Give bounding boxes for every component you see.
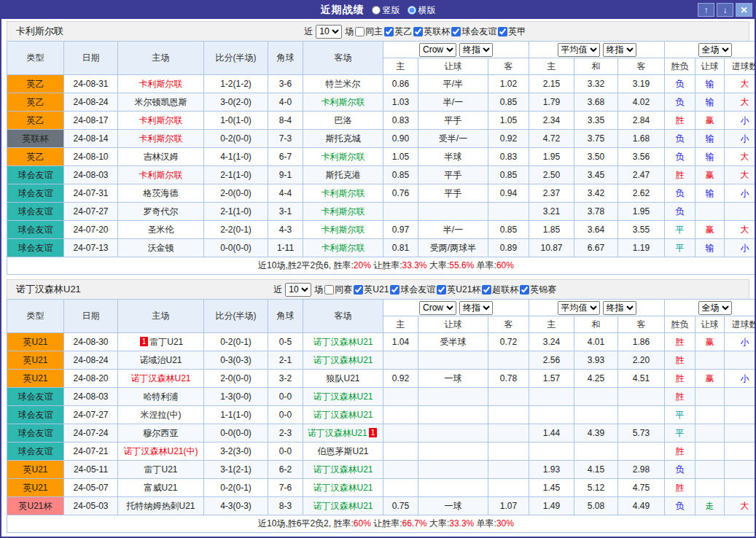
home-team[interactable]: 卡利斯尔联 bbox=[118, 112, 204, 130]
league-checkbox[interactable] bbox=[498, 27, 507, 36]
handicap-line bbox=[418, 351, 488, 370]
home-team[interactable]: 雷丁U21 bbox=[118, 461, 204, 479]
home-team[interactable]: 格茨海德 bbox=[118, 184, 204, 203]
home-team[interactable]: 吉林汉姆 bbox=[118, 148, 204, 166]
odds-stage-select[interactable]: 终指 bbox=[459, 301, 493, 315]
home-team[interactable]: 穆尔西亚 bbox=[118, 424, 204, 443]
match-date: 24-07-13 bbox=[64, 239, 118, 257]
horizontal-layout-radio[interactable] bbox=[408, 6, 416, 15]
league-checkbox[interactable] bbox=[520, 285, 529, 295]
avg-stage-select[interactable]: 终指 bbox=[603, 43, 636, 57]
avg-draw: 3.45 bbox=[574, 166, 618, 184]
odds-company-select[interactable]: Crow bbox=[419, 301, 456, 315]
avg-value-select[interactable]: 平均值 bbox=[558, 301, 600, 315]
match-type: 英U21杯 bbox=[7, 497, 64, 515]
close-button[interactable]: ✕ bbox=[736, 3, 752, 17]
away-team[interactable]: 诺丁汉森林U21 bbox=[303, 333, 383, 351]
away-team[interactable]: 诺丁汉森林U21 bbox=[303, 351, 383, 370]
away-team[interactable]: 诺丁汉森林U21 bbox=[303, 497, 383, 515]
home-team[interactable]: 米涅拉(中) bbox=[118, 406, 204, 424]
league-filter[interactable]: 英U21 bbox=[354, 284, 389, 296]
league-checkbox[interactable] bbox=[413, 27, 423, 36]
away-team[interactable]: 卡利斯尔联 bbox=[303, 221, 383, 239]
home-team-name: 穆尔西亚 bbox=[144, 428, 179, 438]
home-team[interactable]: 富威U21 bbox=[118, 479, 204, 497]
same-venue-filter[interactable]: 同主 bbox=[355, 26, 383, 38]
same-venue-filter[interactable]: 同赛 bbox=[324, 284, 352, 296]
corners: 4-4 bbox=[268, 184, 303, 203]
home-team[interactable]: 圣米伦 bbox=[118, 221, 204, 239]
home-team[interactable]: 卡利斯尔联 bbox=[118, 75, 204, 93]
match-date: 24-08-24 bbox=[64, 351, 118, 370]
away-team[interactable]: 卡利斯尔联 bbox=[303, 239, 383, 257]
league-checkbox[interactable] bbox=[437, 285, 446, 295]
same-venue-checkbox[interactable] bbox=[355, 27, 365, 36]
league-checkbox[interactable] bbox=[451, 27, 461, 36]
home-team[interactable]: 诺丁汉森林U21 bbox=[118, 370, 204, 388]
away-team[interactable]: 斯托克港 bbox=[303, 166, 383, 184]
layout-option-horizontal[interactable]: 横版 bbox=[408, 4, 436, 17]
corners: 4-0 bbox=[268, 93, 303, 112]
scroll-up-button[interactable]: ↑ bbox=[698, 3, 714, 17]
league-checkbox[interactable] bbox=[384, 27, 394, 36]
home-team[interactable]: 卡利斯尔联 bbox=[118, 166, 204, 184]
avg-value-select[interactable]: 平均值 bbox=[558, 43, 600, 57]
layout-option-vertical[interactable]: 竖版 bbox=[372, 4, 400, 17]
odds-away bbox=[488, 406, 529, 424]
home-team[interactable]: 托特纳姆热刺U21 bbox=[118, 497, 204, 515]
away-team[interactable]: 卡利斯尔联 bbox=[303, 184, 383, 203]
scroll-down-button[interactable]: ↓ bbox=[717, 3, 733, 17]
summary-segment: 让胜率: bbox=[371, 518, 402, 529]
match-count-select[interactable]: 10 bbox=[316, 25, 342, 39]
home-team[interactable]: 沃金顿 bbox=[118, 239, 204, 257]
away-team[interactable]: 诺丁汉森林U21 bbox=[303, 461, 383, 479]
league-filter[interactable]: 超联杯 bbox=[482, 284, 518, 296]
odds-stage-select[interactable]: 终指 bbox=[459, 43, 493, 57]
away-team[interactable]: 斯托克城 bbox=[303, 130, 383, 148]
away-team[interactable]: 诺丁汉森林U21 bbox=[303, 406, 383, 424]
match-count-select[interactable]: 10 bbox=[285, 283, 311, 297]
home-team[interactable]: 1雷丁U21 bbox=[118, 333, 204, 351]
avg-stage-select[interactable]: 终指 bbox=[603, 301, 636, 315]
home-team[interactable]: 米尔顿凯恩斯 bbox=[118, 93, 204, 112]
home-team[interactable]: 罗奇代尔 bbox=[118, 203, 204, 221]
league-checkbox[interactable] bbox=[390, 285, 400, 295]
home-team[interactable]: 诺域治U21 bbox=[118, 351, 204, 370]
away-team[interactable]: 巴洛 bbox=[303, 112, 383, 130]
odds-company-select[interactable]: Crow bbox=[419, 43, 456, 57]
corners: 2-3 bbox=[268, 424, 303, 443]
league-label: 英锦赛 bbox=[530, 284, 556, 296]
match-scope-select[interactable]: 全场 bbox=[698, 301, 732, 315]
away-team[interactable]: 诺丁汉森林U21 bbox=[303, 479, 383, 497]
match-type: 球会友谊 bbox=[7, 443, 64, 461]
odds-home bbox=[383, 203, 418, 221]
league-filter[interactable]: 英联杯 bbox=[413, 26, 450, 38]
home-team[interactable]: 哈特利浦 bbox=[118, 388, 204, 406]
league-checkbox[interactable] bbox=[482, 285, 491, 295]
league-filter[interactable]: 球会友谊 bbox=[390, 284, 435, 296]
away-team[interactable]: 卡利斯尔联 bbox=[303, 148, 383, 166]
away-team[interactable]: 狼队U21 bbox=[303, 370, 383, 388]
avg-away: 4.02 bbox=[618, 93, 665, 112]
result-goals bbox=[725, 443, 756, 461]
home-team[interactable]: 诺丁汉森林U21(中) bbox=[118, 443, 204, 461]
league-checkbox[interactable] bbox=[354, 285, 363, 295]
away-team[interactable]: 伯恩茅斯U21 bbox=[303, 443, 383, 461]
result-handicap bbox=[695, 424, 725, 443]
league-filter[interactable]: 英甲 bbox=[498, 26, 526, 38]
league-filter[interactable]: 英乙 bbox=[384, 26, 412, 38]
league-filter[interactable]: 英U21杯 bbox=[437, 284, 480, 296]
same-venue-checkbox[interactable] bbox=[324, 285, 334, 295]
away-team[interactable]: 诺丁汉森林U21 bbox=[303, 388, 383, 406]
match-scope-select[interactable]: 全场 bbox=[698, 43, 732, 57]
away-team[interactable]: 卡利斯尔联 bbox=[303, 93, 383, 112]
away-team[interactable]: 特兰米尔 bbox=[303, 75, 383, 93]
away-team[interactable]: 卡利斯尔联 bbox=[303, 203, 383, 221]
league-filter[interactable]: 球会友谊 bbox=[451, 26, 496, 38]
away-team[interactable]: 诺丁汉森林U211 bbox=[303, 424, 383, 443]
home-team[interactable]: 卡利斯尔联 bbox=[118, 130, 204, 148]
score: 3-1(2-1) bbox=[204, 461, 268, 479]
vertical-layout-radio[interactable] bbox=[372, 6, 381, 15]
result-goals bbox=[725, 424, 756, 443]
league-filter[interactable]: 英锦赛 bbox=[520, 284, 556, 296]
